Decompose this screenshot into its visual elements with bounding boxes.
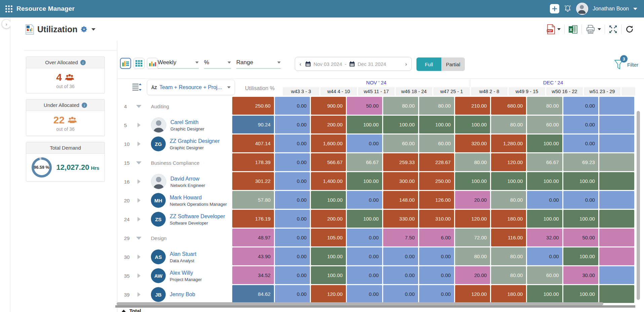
week-allocation-cell[interactable] [599, 116, 634, 133]
week-allocation-cell[interactable] [599, 247, 634, 265]
user-name[interactable]: Jonathan Boon [593, 6, 629, 12]
week-allocation-cell[interactable]: 60.00 [527, 266, 562, 284]
utilisation-cell[interactable]: 176.19 [232, 210, 274, 228]
partial-toggle-button[interactable]: Partial [441, 57, 465, 71]
week-allocation-cell[interactable]: 100.00 [527, 134, 562, 152]
week-allocation-cell[interactable]: 126.00 [419, 191, 454, 209]
previous-period-button[interactable]: ‹ [298, 61, 303, 67]
week-allocation-cell[interactable]: 320.00 [455, 134, 490, 152]
week-allocation-cell[interactable] [599, 172, 634, 190]
week-allocation-cell[interactable]: 680.00 [491, 97, 526, 115]
collapse-arrow-icon[interactable] [133, 237, 145, 240]
week-allocation-cell[interactable]: 0.00 [563, 191, 598, 209]
resource-name-link[interactable]: David Arrow [170, 176, 205, 182]
week-allocation-cell[interactable]: 0.00 [275, 266, 310, 284]
date-to-value[interactable]: Dec 31 2024 [358, 61, 386, 67]
week-allocation-cell[interactable]: 100.00 [527, 210, 562, 228]
week-allocation-cell[interactable]: 0.00 [563, 116, 598, 133]
week-allocation-cell[interactable]: 80.00 [491, 266, 526, 284]
week-allocation-cell[interactable]: 250.00 [419, 172, 454, 190]
week-allocation-cell[interactable]: 210.00 [455, 97, 490, 115]
week-allocation-cell[interactable]: 0.00 [419, 285, 454, 303]
week-allocation-cell[interactable]: 60.00 [527, 116, 562, 133]
week-allocation-cell[interactable]: 0.00 [275, 229, 310, 246]
week-allocation-cell[interactable]: 120.00 [311, 285, 346, 303]
print-button[interactable] [586, 25, 601, 34]
week-allocation-cell[interactable]: 300.00 [383, 172, 418, 190]
resource-name-link[interactable]: ZZ Software Developer [170, 213, 225, 220]
expand-arrow-icon[interactable] [133, 292, 145, 297]
user-avatar[interactable] [576, 3, 588, 15]
expand-arrow-icon[interactable] [133, 273, 145, 278]
week-allocation-cell[interactable]: 100.00 [419, 116, 454, 133]
week-allocation-cell[interactable] [599, 229, 634, 246]
week-allocation-cell[interactable]: 100.00 [311, 247, 346, 265]
collapse-total-arrow-icon[interactable] [121, 310, 126, 312]
week-allocation-cell[interactable]: 100.00 [563, 210, 598, 228]
week-allocation-cell[interactable]: 100.00 [563, 285, 598, 303]
week-allocation-cell[interactable]: 100.00 [347, 210, 382, 228]
week-allocation-cell[interactable]: 0.00 [527, 191, 562, 209]
week-allocation-cell[interactable]: 0.00 [275, 116, 310, 133]
app-launcher-icon[interactable] [5, 5, 12, 12]
week-allocation-cell[interactable]: 228.67 [419, 153, 454, 171]
period-select[interactable]: Weekly [158, 59, 199, 69]
week-allocation-cell[interactable]: 60.00 [419, 134, 454, 152]
week-allocation-cell[interactable]: 100.00 [527, 285, 562, 303]
week-allocation-cell[interactable]: 0.00 [419, 247, 454, 265]
utilisation-cell[interactable]: 301.22 [232, 172, 274, 190]
notifications-bell-icon[interactable] [564, 4, 572, 13]
week-allocation-cell[interactable]: 6.00 [419, 229, 454, 246]
week-allocation-cell[interactable]: 310.00 [419, 210, 454, 228]
week-allocation-cell[interactable] [599, 191, 634, 209]
week-allocation-cell[interactable]: 0.00 [383, 247, 418, 265]
week-allocation-cell[interactable]: 50.00 [347, 97, 382, 115]
range-select[interactable]: Range [236, 59, 281, 69]
utilisation-cell[interactable]: 48.97 [232, 229, 274, 246]
week-allocation-cell[interactable]: 0.00 [347, 247, 382, 265]
week-allocation-cell[interactable]: 148.00 [383, 191, 418, 209]
week-allocation-cell[interactable]: 50.00 [563, 229, 598, 246]
view-toggle-heatmap[interactable] [133, 58, 145, 69]
week-allocation-cell[interactable]: 0.00 [347, 134, 382, 152]
refresh-button[interactable] [625, 25, 634, 34]
utilisation-cell[interactable]: 57.80 [232, 191, 274, 209]
unit-select[interactable]: % [204, 59, 231, 69]
expand-arrow-icon[interactable] [133, 142, 145, 146]
view-toggle-bar-chart[interactable] [147, 58, 158, 69]
resource-name-link[interactable]: Carel Smith [170, 119, 204, 126]
resource-name-link[interactable]: Alex Willy [170, 270, 202, 276]
week-allocation-cell[interactable]: 105.00 [311, 229, 346, 246]
view-toggle-grid-chart[interactable] [120, 58, 131, 69]
week-allocation-cell[interactable]: 0.00 [275, 172, 310, 190]
week-allocation-cell[interactable]: 32.00 [527, 229, 562, 246]
vertical-scrollbar-thumb[interactable] [637, 111, 640, 300]
week-allocation-cell[interactable]: 1,400.00 [311, 172, 346, 190]
week-allocation-cell[interactable]: 0.00 [275, 134, 310, 152]
week-allocation-cell[interactable]: 100.00 [563, 247, 598, 265]
week-allocation-cell[interactable]: 100.00 [455, 116, 490, 133]
utilisation-cell[interactable]: 84.62 [232, 285, 274, 303]
export-excel-button[interactable]: X [568, 25, 578, 34]
resource-name-link[interactable]: Jenny Bob [170, 291, 195, 298]
calendar-icon[interactable] [305, 61, 311, 67]
week-allocation-cell[interactable]: 66.67 [347, 153, 382, 171]
week-allocation-cell[interactable]: 0.00 [275, 191, 310, 209]
add-button[interactable] [550, 4, 559, 13]
week-allocation-cell[interactable]: 69.23 [563, 153, 598, 171]
week-allocation-cell[interactable]: 0.00 [383, 266, 418, 284]
week-allocation-cell[interactable]: 100.00 [563, 172, 598, 190]
next-period-button[interactable]: › [404, 61, 408, 67]
expand-arrow-icon[interactable] [133, 217, 145, 222]
week-allocation-cell[interactable]: 566.67 [311, 153, 346, 171]
week-allocation-cell[interactable]: 100.00 [455, 172, 490, 190]
calendar-icon[interactable] [349, 61, 355, 67]
horizontal-scrollbar-track[interactable] [115, 305, 635, 308]
utilisation-cell[interactable]: 90.24 [232, 116, 274, 133]
week-allocation-cell[interactable]: 1,600.00 [311, 134, 346, 152]
week-allocation-cell[interactable]: 20.00 [455, 266, 490, 284]
week-allocation-cell[interactable]: 100.00 [347, 116, 382, 133]
week-allocation-cell[interactable]: 80.00 [491, 191, 526, 209]
week-allocation-cell[interactable] [599, 266, 634, 284]
resource-name-link[interactable]: Mark Howard [170, 194, 227, 201]
